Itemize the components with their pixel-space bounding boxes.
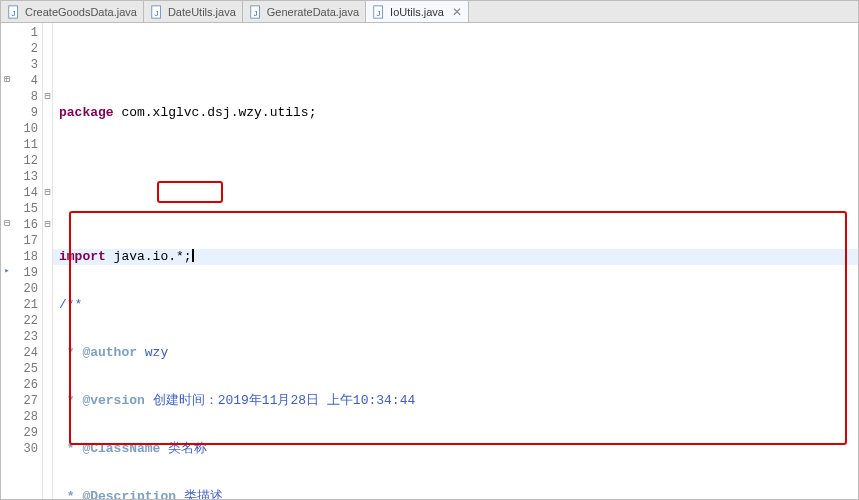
svg-text:J: J <box>253 8 257 17</box>
tab-date-utils[interactable]: J DateUtils.java <box>144 1 243 22</box>
svg-text:J: J <box>376 8 380 17</box>
code-line <box>59 201 858 217</box>
svg-text:J: J <box>11 8 15 17</box>
code-line: * @version 创建时间：2019年11月28日 上午10:34:44 <box>59 393 858 409</box>
java-file-icon: J <box>372 5 386 19</box>
fold-minus-icon[interactable] <box>43 217 52 233</box>
close-icon[interactable]: ✕ <box>452 5 462 19</box>
marker-arrow-icon <box>1 265 13 281</box>
code-editor[interactable]: 1 2 3 4 8 9 10 11 12 13 14 15 16 17 18 1… <box>1 23 858 499</box>
tab-label: GenerateData.java <box>267 6 359 18</box>
code-line: * @Description 类描述 <box>59 489 858 500</box>
java-file-icon: J <box>150 5 164 19</box>
fold-plus-icon[interactable] <box>1 73 13 89</box>
fold-column <box>43 23 53 499</box>
java-file-icon: J <box>7 5 21 19</box>
java-file-icon: J <box>249 5 263 19</box>
tab-generate-data[interactable]: J GenerateData.java <box>243 1 366 22</box>
editor-tabs: J CreateGoodsData.java J DateUtils.java … <box>1 1 858 23</box>
svg-text:J: J <box>154 8 158 17</box>
tab-label: IoUtils.java <box>390 6 444 18</box>
fold-minus-icon[interactable] <box>1 217 13 233</box>
code-area[interactable]: package com.xlglvc.dsj.wzy.utils; import… <box>53 23 858 499</box>
tab-create-goods-data[interactable]: J CreateGoodsData.java <box>1 1 144 22</box>
marker-column <box>1 23 13 499</box>
code-line: /** <box>59 297 858 313</box>
line-number-gutter: 1 2 3 4 8 9 10 11 12 13 14 15 16 17 18 1… <box>13 23 43 499</box>
method-highlight-box <box>69 211 847 445</box>
code-line: * @ClassName 类名称 <box>59 441 858 457</box>
tab-label: CreateGoodsData.java <box>25 6 137 18</box>
code-line-active: import java.io.*; <box>53 249 859 265</box>
fold-minus-icon[interactable] <box>43 89 52 105</box>
tab-label: DateUtils.java <box>168 6 236 18</box>
code-line: package com.xlglvc.dsj.wzy.utils; <box>59 105 858 121</box>
text-cursor <box>192 249 194 262</box>
class-name-highlight-box <box>157 181 223 203</box>
fold-minus-icon[interactable] <box>43 185 52 201</box>
tab-io-utils[interactable]: J IoUtils.java ✕ <box>366 1 469 22</box>
code-line: * @author wzy <box>59 345 858 361</box>
code-line <box>59 153 858 169</box>
